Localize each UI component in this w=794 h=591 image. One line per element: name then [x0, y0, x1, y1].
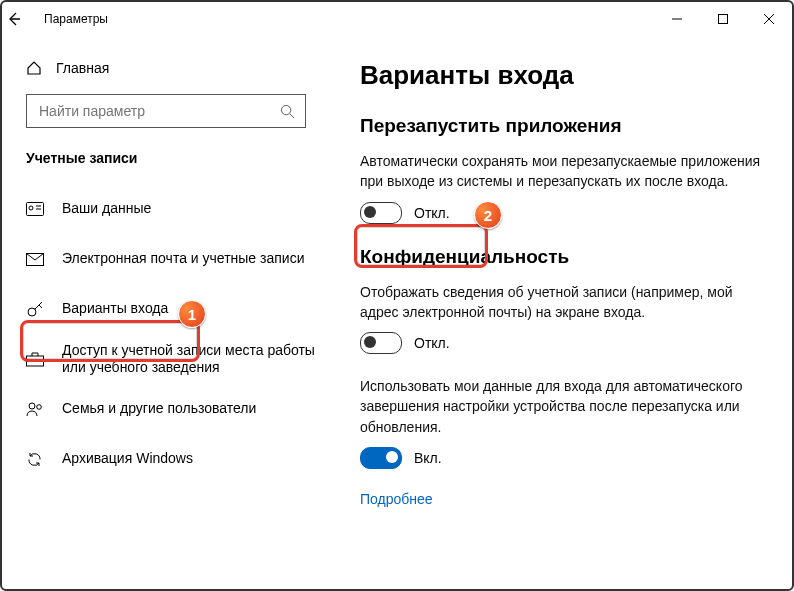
svg-line-13 — [39, 305, 42, 308]
settings-window: Параметры Главная Учетные записи Ваши да… — [0, 0, 794, 591]
close-icon — [764, 14, 774, 24]
section-restart-title: Перезапустить приложения — [360, 115, 762, 137]
minimize-icon — [672, 14, 682, 24]
svg-point-16 — [37, 404, 42, 409]
maximize-icon — [718, 14, 728, 24]
privacy-toggle1[interactable] — [360, 332, 402, 354]
sidebar-item-label: Архивация Windows — [62, 450, 320, 468]
main-content: Варианты входа Перезапустить приложения … — [324, 36, 792, 589]
sidebar-item-label: Ваши данные — [62, 200, 320, 218]
annotation-highlight-1 — [20, 320, 200, 362]
annotation-badge-1: 1 — [178, 300, 206, 328]
people-icon — [26, 402, 46, 417]
mail-icon — [26, 253, 46, 266]
annotation-highlight-2 — [354, 224, 488, 268]
window-title: Параметры — [34, 12, 108, 26]
page-title: Варианты входа — [360, 60, 762, 91]
id-card-icon — [26, 202, 46, 216]
privacy-toggle2[interactable] — [360, 447, 402, 469]
svg-point-4 — [281, 105, 290, 114]
privacy-desc1: Отображать сведения об учетной записи (н… — [360, 282, 762, 323]
sidebar: Главная Учетные записи Ваши данные Элект… — [2, 36, 324, 589]
search-box[interactable] — [26, 94, 306, 128]
window-controls — [654, 2, 792, 36]
privacy-toggle2-label: Вкл. — [414, 450, 442, 466]
search-icon — [280, 104, 295, 119]
sidebar-item-email[interactable]: Электронная почта и учетные записи — [26, 234, 320, 284]
restart-desc: Автоматически сохранять мои перезапускае… — [360, 151, 762, 192]
home-label: Главная — [56, 60, 109, 76]
home-icon — [26, 60, 42, 76]
search-input[interactable] — [37, 102, 271, 120]
restart-toggle-label: Откл. — [414, 205, 450, 221]
privacy-desc2: Использовать мои данные для входа для ав… — [360, 376, 762, 437]
learn-more-link[interactable]: Подробнее — [360, 491, 762, 507]
restart-toggle[interactable] — [360, 202, 402, 224]
sidebar-item-label: Электронная почта и учетные записи — [62, 250, 320, 268]
svg-line-5 — [290, 113, 294, 117]
arrow-left-icon — [6, 11, 22, 27]
titlebar: Параметры — [2, 2, 792, 36]
svg-line-12 — [35, 302, 43, 310]
sidebar-item-family[interactable]: Семья и другие пользователи — [26, 384, 320, 434]
svg-rect-1 — [719, 15, 728, 24]
minimize-button[interactable] — [654, 2, 700, 36]
sidebar-item-your-info[interactable]: Ваши данные — [26, 184, 320, 234]
privacy-toggle2-row: Вкл. — [360, 447, 762, 469]
sidebar-section: Учетные записи — [26, 150, 320, 166]
close-button[interactable] — [746, 2, 792, 36]
sidebar-home[interactable]: Главная — [26, 50, 320, 86]
restart-toggle-row: Откл. — [360, 202, 762, 224]
maximize-button[interactable] — [700, 2, 746, 36]
sidebar-item-label: Семья и другие пользователи — [62, 400, 320, 418]
privacy-toggle1-row: Откл. — [360, 332, 762, 354]
toggle-knob-icon — [364, 336, 376, 348]
annotation-badge-2: 2 — [474, 201, 502, 229]
sync-icon — [26, 451, 46, 468]
back-button[interactable] — [6, 11, 34, 27]
sidebar-item-backup[interactable]: Архивация Windows — [26, 434, 320, 484]
toggle-knob-icon — [386, 451, 398, 463]
key-icon — [26, 300, 46, 318]
svg-point-15 — [29, 403, 35, 409]
privacy-toggle1-label: Откл. — [414, 335, 450, 351]
toggle-knob-icon — [364, 206, 376, 218]
svg-point-7 — [29, 206, 33, 210]
